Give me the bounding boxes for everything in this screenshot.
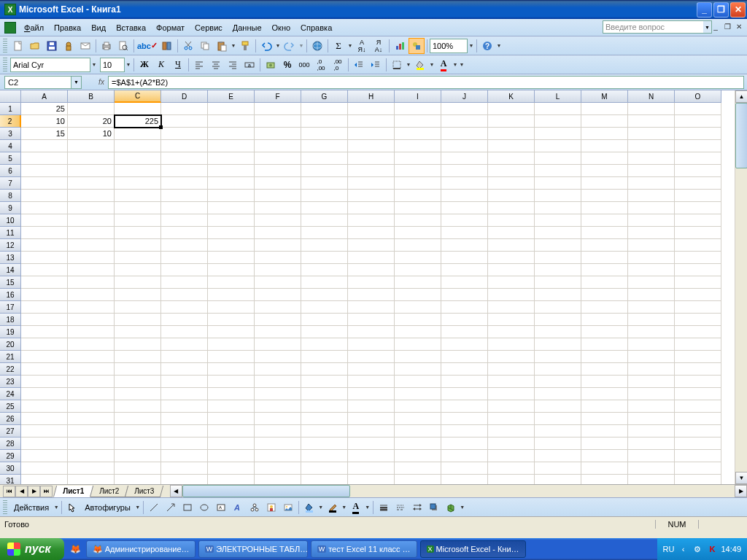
cell-O26[interactable] — [675, 413, 721, 425]
cell-C6[interactable] — [115, 165, 161, 177]
menu-insert[interactable]: Вставка — [111, 22, 151, 34]
cell-I6[interactable] — [395, 165, 441, 177]
cell-N27[interactable] — [628, 425, 675, 438]
arrow-button[interactable] — [163, 499, 179, 516]
cell-G3[interactable] — [301, 128, 348, 140]
cell-G21[interactable] — [301, 351, 348, 363]
cell-L10[interactable] — [535, 214, 581, 227]
cell-L24[interactable] — [535, 388, 581, 400]
toolbar-grip[interactable] — [3, 58, 7, 72]
toolbar-grip[interactable] — [3, 39, 7, 53]
cell-J21[interactable] — [441, 351, 488, 363]
cell-K26[interactable] — [488, 413, 535, 425]
cell-K3[interactable] — [488, 128, 535, 140]
cell-L5[interactable] — [535, 152, 581, 165]
cell-H1[interactable] — [348, 103, 395, 115]
cell-N16[interactable] — [628, 289, 675, 301]
arrow-style-button[interactable] — [409, 499, 425, 516]
cell-B24[interactable] — [68, 388, 115, 400]
cell-O28[interactable] — [675, 438, 721, 450]
cell-L16[interactable] — [535, 289, 581, 301]
cell-F11[interactable] — [255, 227, 301, 239]
cell-G27[interactable] — [301, 425, 348, 438]
cell-J12[interactable] — [441, 239, 488, 252]
cell-H18[interactable] — [348, 314, 395, 326]
cell-C18[interactable] — [115, 314, 161, 326]
cell-I28[interactable] — [395, 438, 441, 450]
doc-control-icon[interactable] — [4, 22, 16, 34]
cell-A19[interactable] — [21, 326, 68, 338]
cell-J11[interactable] — [441, 227, 488, 239]
cell-E27[interactable] — [208, 425, 255, 438]
minimize-button[interactable]: _ — [697, 2, 712, 18]
cell-C25[interactable] — [115, 400, 161, 413]
cell-F8[interactable] — [255, 190, 301, 202]
line-button[interactable] — [146, 499, 162, 516]
cell-J23[interactable] — [441, 376, 488, 388]
cell-C8[interactable] — [115, 190, 161, 202]
cell-B12[interactable] — [68, 239, 115, 252]
name-box[interactable]: C2 — [4, 76, 71, 89]
cell-B25[interactable] — [68, 400, 115, 413]
cell-M7[interactable] — [581, 177, 628, 190]
decrease-indent-button[interactable] — [351, 57, 367, 73]
cell-H6[interactable] — [348, 165, 395, 177]
cell-J6[interactable] — [441, 165, 488, 177]
cell-G30[interactable] — [301, 462, 348, 475]
cell-D12[interactable] — [161, 239, 208, 252]
cell-E11[interactable] — [208, 227, 255, 239]
cell-F18[interactable] — [255, 314, 301, 326]
cell-A10[interactable] — [21, 214, 68, 227]
cell-N25[interactable] — [628, 400, 675, 413]
cell-N8[interactable] — [628, 190, 675, 202]
cell-L11[interactable] — [535, 227, 581, 239]
row-header-21[interactable]: 21 — [0, 351, 21, 363]
cell-K2[interactable] — [488, 115, 535, 128]
cell-M5[interactable] — [581, 152, 628, 165]
cell-M10[interactable] — [581, 214, 628, 227]
align-right-button[interactable] — [225, 57, 241, 73]
cell-O1[interactable] — [675, 103, 721, 115]
cell-B29[interactable] — [68, 450, 115, 462]
row-header-26[interactable]: 26 — [0, 413, 21, 425]
cell-D7[interactable] — [161, 177, 208, 190]
tab-nav-last[interactable]: ⏭ — [40, 486, 53, 497]
cell-H20[interactable] — [348, 338, 395, 351]
cell-F5[interactable] — [255, 152, 301, 165]
cell-F25[interactable] — [255, 400, 301, 413]
cell-I8[interactable] — [395, 190, 441, 202]
cell-G4[interactable] — [301, 140, 348, 152]
cell-A1[interactable]: 25 — [21, 103, 68, 115]
cell-F19[interactable] — [255, 326, 301, 338]
font-color-button-dr[interactable]: А — [348, 499, 364, 516]
cell-K6[interactable] — [488, 165, 535, 177]
cell-D30[interactable] — [161, 462, 208, 475]
print-preview-button[interactable] — [115, 38, 131, 54]
cell-L1[interactable] — [535, 103, 581, 115]
cell-M15[interactable] — [581, 276, 628, 289]
cell-E5[interactable] — [208, 152, 255, 165]
font-color-button[interactable]: А — [436, 57, 452, 73]
cell-G8[interactable] — [301, 190, 348, 202]
cell-C29[interactable] — [115, 450, 161, 462]
cell-B8[interactable] — [68, 190, 115, 202]
autoshapes-button[interactable]: Автофигуры — [81, 499, 134, 516]
cell-O13[interactable] — [675, 252, 721, 264]
cell-K22[interactable] — [488, 363, 535, 376]
toolbar-options-dropdown[interactable]: ▼ — [459, 62, 465, 67]
toolbar-grip[interactable] — [3, 500, 7, 515]
hyperlink-button[interactable] — [309, 38, 325, 54]
textbox-button[interactable]: A — [213, 499, 229, 516]
cell-H11[interactable] — [348, 227, 395, 239]
cell-I10[interactable] — [395, 214, 441, 227]
cell-D11[interactable] — [161, 227, 208, 239]
cell-O15[interactable] — [675, 276, 721, 289]
cell-H22[interactable] — [348, 363, 395, 376]
row-header-24[interactable]: 24 — [0, 388, 21, 400]
cell-G23[interactable] — [301, 376, 348, 388]
cell-H27[interactable] — [348, 425, 395, 438]
column-header-E[interactable]: E — [208, 90, 255, 103]
underline-button[interactable]: Ч — [170, 57, 186, 73]
spelling-button[interactable]: abc✓ — [136, 38, 158, 54]
drawing-actions-dropdown[interactable]: ▼ — [53, 505, 59, 510]
